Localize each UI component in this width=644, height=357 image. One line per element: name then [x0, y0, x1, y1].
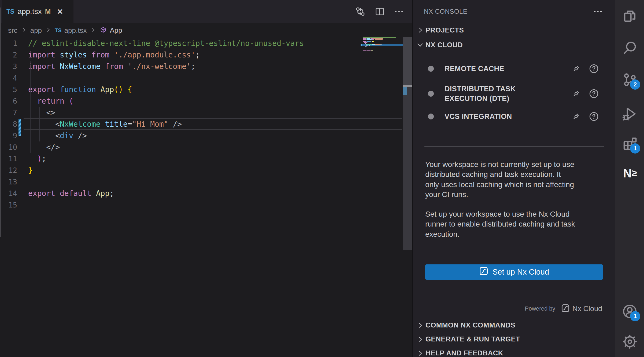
section-common-nx-commands[interactable]: COMMON NX COMMANDS [413, 318, 615, 332]
code-line-10[interactable]: 10 </> [0, 141, 403, 153]
section-generate-run-target[interactable]: GENERATE & RUN TARGET [413, 332, 615, 346]
nx-cloud-item-remote-cache: REMOTE CACHE [413, 60, 615, 77]
activity-run-and-debug-icon[interactable] [620, 104, 640, 124]
breadcrumb-separator-icon [45, 26, 51, 35]
connect-plug-icon[interactable] [570, 88, 582, 100]
breadcrumb-item-app[interactable]: app [30, 26, 42, 35]
section-nx-cloud[interactable]: NX CLOUD [413, 37, 615, 52]
line-number: 15 [0, 199, 17, 211]
connect-plug-icon[interactable] [570, 63, 582, 75]
breadcrumb-label: app.tsx [64, 26, 87, 35]
tab-label: app.tsx [17, 7, 42, 16]
minimap-line [363, 45, 370, 46]
code-line-5[interactable]: 5export function App() { [0, 84, 403, 95]
minimap-line [363, 48, 365, 48]
section-help-and-feedback[interactable]: HELP AND FEEDBACK [413, 346, 615, 357]
setup-hint-text: Set up your workspace to use the Nx Clou… [425, 209, 605, 239]
code-text: ); [17, 153, 46, 165]
line-number: 8 [0, 118, 17, 130]
code-text [17, 72, 28, 84]
nx-console-panel: NX CONSOLE PROJECTS NX CLOUD REMOTE CACH… [412, 0, 615, 357]
code-line-11[interactable]: 11 ); [0, 153, 403, 165]
divider [424, 146, 604, 147]
nx-cloud-logo-icon [479, 267, 488, 278]
setup-nx-cloud-button[interactable]: Set up Nx Cloud [425, 264, 603, 280]
nx-cloud-item-vcs-integration: VCS INTEGRATION [413, 108, 615, 125]
activity-accounts-icon[interactable]: 1 [620, 301, 640, 321]
activity-nx-console-icon[interactable]: N≥ [620, 163, 640, 183]
help-question-icon[interactable] [588, 111, 600, 122]
nx-cloud-item-label: DISTRIBUTED TASK EXECUTION (DTE) [445, 84, 533, 103]
code-line-12[interactable]: 12} [0, 165, 403, 176]
line-number: 5 [0, 84, 17, 95]
minimap[interactable] [361, 37, 403, 69]
chevron-right-icon [416, 335, 424, 343]
badge: 2 [630, 79, 640, 90]
nx-logo: N≥ [623, 167, 636, 180]
badge: 1 [630, 311, 640, 321]
breadcrumb-item-app[interactable]: App [99, 26, 122, 35]
code-line-7[interactable]: 7 <> [0, 107, 403, 118]
status-bullet-icon [428, 66, 434, 72]
tab-app-tsx[interactable]: TS app.tsx M ✕ [2, 0, 73, 23]
scrollbar[interactable] [403, 37, 412, 250]
code-line-15[interactable]: 15 [0, 199, 403, 211]
activity-source-control-icon[interactable]: 2 [620, 70, 640, 90]
breadcrumb-separator-icon [90, 26, 96, 35]
overview-ruler-modified-marker [403, 87, 407, 95]
status-bullet-icon [428, 114, 434, 119]
section-label: HELP AND FEEDBACK [425, 349, 503, 357]
nx-cloud-item-distributed-task-execution-dte-: DISTRIBUTED TASK EXECUTION (DTE) [413, 80, 615, 108]
section-projects[interactable]: PROJECTS [413, 23, 615, 37]
activity-extensions-icon[interactable]: 1 [620, 134, 640, 154]
help-question-icon[interactable] [588, 88, 600, 100]
code-line-3[interactable]: 3import NxWelcome from './nx-welcome'; [0, 61, 403, 72]
code-text: <NxWelcome title="Hi Mom" /> [17, 118, 182, 130]
split-editor-icon[interactable] [374, 6, 386, 17]
breadcrumb-item-app-tsx[interactable]: TSapp.tsx [55, 26, 87, 35]
breadcrumb-item-src[interactable]: src [8, 26, 17, 35]
powered-by: Powered by Nx Cloud [525, 303, 602, 314]
code-line-9[interactable]: 9 <div /> [0, 130, 403, 141]
code-line-4[interactable]: 4 [0, 72, 403, 84]
code-line-14[interactable]: 14export default App; [0, 188, 403, 199]
section-label: PROJECTS [425, 26, 464, 34]
window-left-sash[interactable] [0, 8, 1, 237]
line-number: 12 [0, 165, 17, 176]
code-text [17, 199, 28, 211]
connect-plug-icon[interactable] [570, 111, 582, 122]
chevron-down-icon [416, 41, 424, 49]
help-question-icon[interactable] [588, 63, 600, 75]
badge: 1 [630, 143, 640, 154]
code-line-2[interactable]: 2import styles from './app.module.css'; [0, 49, 403, 61]
code-text: // eslint-disable-next-line @typescript-… [17, 38, 304, 49]
scrollbar-thumb[interactable] [403, 37, 412, 85]
status-bullet-icon [428, 91, 434, 97]
code-editor[interactable]: 1// eslint-disable-next-line @typescript… [0, 38, 403, 211]
activity-bar: 21N≥1 [615, 0, 644, 357]
code-line-6[interactable]: 6 return ( [0, 95, 403, 107]
chevron-right-icon [416, 321, 424, 329]
code-text: export default App; [17, 188, 114, 199]
activity-search-icon[interactable] [620, 38, 640, 58]
section-label: GENERATE & RUN TARGET [425, 335, 520, 343]
activity-explorer-icon[interactable] [620, 6, 640, 26]
code-line-8[interactable]: 8 <NxWelcome title="Hi Mom" /> [0, 118, 403, 130]
typescript-file-icon: TS [55, 27, 62, 34]
section-label: COMMON NX COMMANDS [425, 321, 515, 329]
line-number: 2 [0, 49, 17, 61]
minimap-line [363, 50, 373, 51]
more-actions-icon[interactable] [393, 6, 405, 17]
line-number: 7 [0, 107, 17, 118]
minimap-line [363, 39, 383, 40]
minimap-line [363, 42, 368, 43]
activity-settings-icon[interactable] [620, 332, 640, 352]
chevron-right-icon [416, 349, 424, 357]
open-changes-icon[interactable] [354, 6, 366, 17]
line-number: 13 [0, 176, 17, 188]
close-tab-icon[interactable]: ✕ [57, 7, 63, 16]
panel-more-actions-icon[interactable] [592, 6, 604, 17]
code-line-1[interactable]: 1// eslint-disable-next-line @typescript… [0, 38, 403, 49]
line-number: 9 [0, 130, 17, 141]
code-line-13[interactable]: 13 [0, 176, 403, 188]
